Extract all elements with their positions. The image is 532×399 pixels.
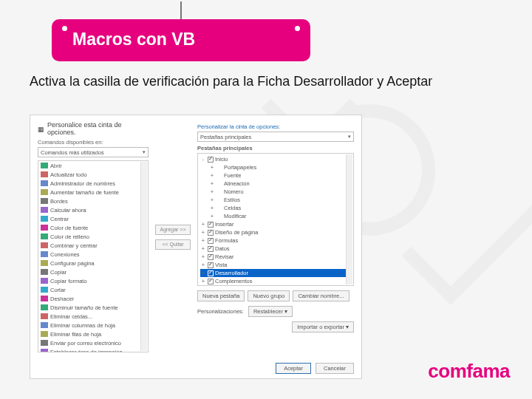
command-item[interactable]: Deshacer [38, 294, 148, 303]
command-icon [41, 260, 48, 266]
tree-node-label: Datos [215, 245, 230, 252]
command-icon [41, 207, 48, 213]
command-icon [41, 171, 48, 177]
tree-node[interactable]: +Diseño de página [200, 228, 351, 236]
vertical-scrollbar[interactable] [346, 154, 352, 284]
checkbox[interactable] [208, 222, 214, 228]
tree-node[interactable]: +Insertar [200, 220, 351, 228]
new-group-button[interactable]: Nuevo grupo [248, 290, 290, 301]
command-item[interactable]: Abrir [38, 161, 148, 170]
command-item[interactable]: Aumentar tamaño de fuente [38, 188, 148, 197]
tree-node-label: Celdas [224, 205, 241, 211]
ribbon-tabs-combo[interactable]: Pestañas principales ▾ [197, 132, 354, 142]
command-label: Administrador de nombres [50, 180, 115, 187]
checkbox[interactable] [208, 246, 214, 252]
import-export-dropdown[interactable]: Importar o exportar ▾ [292, 321, 354, 332]
command-label: Configurar página [50, 260, 95, 267]
checkbox[interactable] [208, 279, 214, 284]
expand-icon[interactable]: + [209, 172, 215, 179]
command-item[interactable]: Color de fuente [38, 223, 148, 232]
remove-button[interactable]: << Quitar [155, 239, 191, 250]
commands-listbox[interactable]: AbrirActualizar todoAdministrador de nom… [38, 160, 149, 352]
reset-dropdown[interactable]: Restablecer ▾ [248, 306, 293, 317]
command-item[interactable]: Color de relleno [38, 232, 148, 241]
tree-node-label: Modificar [224, 213, 246, 219]
command-item[interactable]: Administrador de nombres [38, 179, 148, 188]
command-item[interactable]: Configurar página [38, 259, 148, 267]
expand-icon[interactable]: + [209, 197, 215, 203]
checkbox[interactable] [208, 157, 214, 163]
command-item[interactable]: Enviar por correo electrónico [38, 338, 148, 347]
expand-icon[interactable]: + [200, 262, 206, 268]
ribbon-tree[interactable]: -Inicio+Portapapeles+Fuente+Alineación+N… [197, 153, 354, 286]
expand-icon[interactable]: + [209, 188, 215, 195]
tree-node[interactable]: +Fórmulas [200, 236, 351, 245]
tree-node[interactable]: +Portapapeles [200, 163, 351, 171]
expand-icon[interactable]: + [209, 164, 215, 171]
tree-node-label: Diseño de página [215, 229, 258, 236]
command-item[interactable]: Copiar [38, 267, 148, 276]
checkbox[interactable] [208, 270, 214, 276]
expand-icon[interactable]: + [200, 221, 206, 228]
expand-icon[interactable]: + [200, 253, 206, 260]
tree-node[interactable]: +Complementos [200, 277, 351, 285]
command-item[interactable]: Copiar formato [38, 276, 148, 285]
command-item[interactable]: Eliminar columnas de hoja [38, 321, 148, 330]
tree-node[interactable]: +Desarrollador [200, 269, 351, 277]
expand-icon[interactable]: + [209, 213, 215, 219]
commands-from-label: Comandos disponibles en: [38, 139, 149, 146]
vertical-scrollbar[interactable] [140, 162, 147, 351]
tree-node[interactable]: +Estilos [200, 196, 351, 204]
checkbox[interactable] [208, 238, 214, 244]
rename-button[interactable]: Cambiar nombre... [293, 290, 349, 301]
tree-node-label: Fuente [224, 172, 241, 179]
command-item[interactable]: Eliminar celdas... [38, 312, 148, 321]
tree-node[interactable]: +Revisar [200, 253, 351, 261]
ok-button[interactable]: Aceptar [276, 363, 311, 374]
command-item[interactable]: Actualizar todo [38, 170, 148, 179]
customize-ribbon-label: Personalizar la cinta de opciones: [197, 123, 354, 130]
expand-icon[interactable]: + [200, 229, 206, 236]
command-label: Eliminar columnas de hoja [50, 322, 115, 329]
expand-icon[interactable]: + [200, 270, 206, 276]
dialog-right-column: Personalizar la cinta de opciones: Pesta… [197, 121, 354, 352]
expand-icon[interactable]: + [200, 237, 206, 244]
command-item[interactable]: Centrar [38, 214, 148, 223]
command-icon [41, 349, 48, 352]
expand-icon[interactable]: + [209, 205, 215, 211]
command-item[interactable]: Conexiones [38, 250, 148, 259]
add-button[interactable]: Agregar >> [155, 225, 191, 235]
command-item[interactable]: Establecer área de impresión [38, 347, 148, 352]
command-item[interactable]: Disminuir tamaño de fuente [38, 303, 148, 312]
ribbon-customize-dialog: ▦ Personalice esta cinta de opciones. Co… [30, 115, 362, 379]
tree-node-label: Insertar [215, 221, 233, 228]
tree-node[interactable]: -Inicio [200, 155, 351, 163]
command-icon [41, 251, 48, 257]
command-item[interactable]: Cortar [38, 285, 148, 294]
cancel-button[interactable]: Cancelar [316, 363, 354, 374]
tree-node[interactable]: +Número [200, 188, 351, 196]
tree-node[interactable]: +Vista [200, 261, 351, 269]
ribbon-icon: ▦ [38, 126, 45, 132]
expand-icon[interactable]: - [200, 156, 206, 163]
checkbox[interactable] [208, 254, 214, 260]
checkbox[interactable] [208, 262, 214, 268]
new-tab-button[interactable]: Nueva pestaña [197, 290, 245, 301]
command-item[interactable]: Eliminar filas de hoja [38, 330, 148, 338]
plaque-hanger [180, 1, 182, 19]
commands-from-combo[interactable]: Comandos más utilizados ▾ [38, 147, 149, 157]
command-label: Color de fuente [50, 225, 88, 231]
expand-icon[interactable]: + [200, 245, 206, 252]
expand-icon[interactable]: + [200, 278, 206, 284]
tree-node[interactable]: +Modificar [200, 212, 351, 220]
command-item[interactable]: Calcular ahora [38, 205, 148, 214]
command-item[interactable]: Combinar y centrar [38, 241, 148, 250]
checkbox[interactable] [208, 230, 214, 236]
expand-icon[interactable]: + [209, 180, 215, 187]
command-item[interactable]: Bordes [38, 197, 148, 205]
tree-node[interactable]: +Eliminación de fondo [200, 285, 351, 286]
tree-node[interactable]: +Celdas [200, 204, 351, 212]
tree-node[interactable]: +Alineación [200, 180, 351, 188]
tree-node[interactable]: +Datos [200, 245, 351, 253]
tree-node[interactable]: +Fuente [200, 171, 351, 180]
